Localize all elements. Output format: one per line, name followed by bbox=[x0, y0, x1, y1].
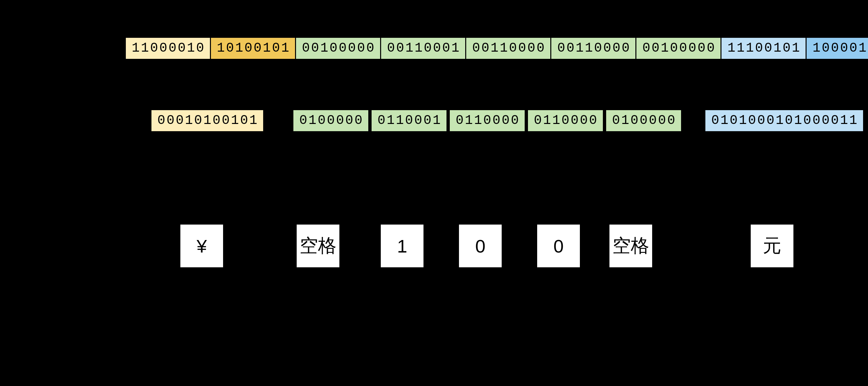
byte-cell: 10000101 bbox=[807, 37, 868, 60]
character-cell: 元 bbox=[750, 224, 795, 268]
byte-cell: 00100000 bbox=[296, 37, 381, 60]
byte-cell: 11000010 bbox=[125, 37, 211, 60]
character-cell: 0 bbox=[458, 224, 503, 268]
decoded-bits-cell: 0100000 bbox=[292, 109, 369, 132]
byte-cell: 00110001 bbox=[381, 37, 466, 60]
character-cell: 1 bbox=[380, 224, 425, 268]
character-cell: 0 bbox=[536, 224, 581, 268]
character-cell: ¥ bbox=[179, 224, 224, 268]
decoded-bits-cell: 00010100101 bbox=[151, 109, 264, 132]
decoded-bits-cell: 0100000 bbox=[605, 109, 682, 132]
diagram-root: 1100001010100101001000000011000100110000… bbox=[0, 0, 868, 386]
byte-cell: 11100101 bbox=[721, 37, 807, 60]
byte-cell: 00100000 bbox=[637, 37, 721, 60]
byte-cell: 00110000 bbox=[551, 37, 637, 60]
byte-cell: 00110000 bbox=[466, 37, 551, 60]
decoded-bits-cell: 0110000 bbox=[449, 109, 526, 132]
character-cell: 空格 bbox=[609, 224, 653, 268]
decoded-bits-cell: 0101000101000011 bbox=[704, 109, 864, 132]
character-cell: 空格 bbox=[296, 224, 340, 268]
decoded-bits-cell: 0110000 bbox=[527, 109, 604, 132]
decoded-bits-cell: 0110001 bbox=[371, 109, 447, 132]
byte-cell: 10100101 bbox=[211, 37, 296, 60]
byte-row: 1100001010100101001000000011000100110000… bbox=[125, 37, 868, 60]
